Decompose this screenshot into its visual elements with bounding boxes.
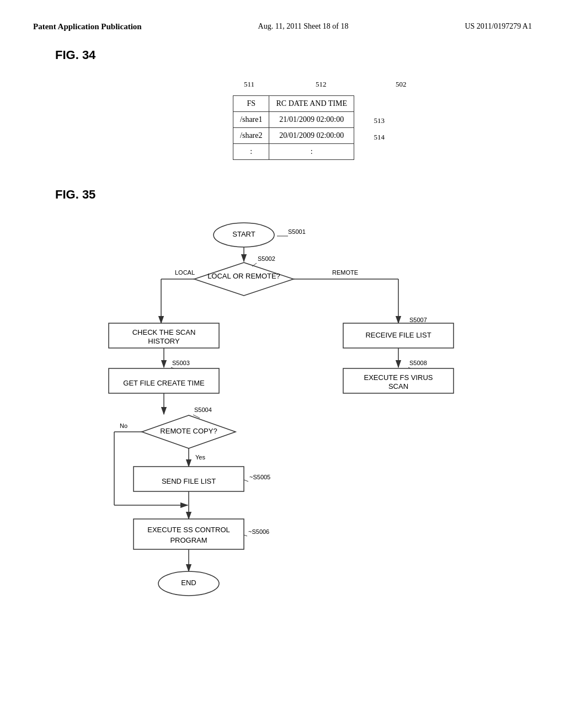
fig34-section: FIG. 34 511 512 502 FS RC DATE AND TIME [33, 48, 532, 160]
s5007-label: S5007 [409, 317, 427, 323]
yes-label: Yes [195, 454, 205, 461]
page: Patent Application Publication Aug. 11, … [0, 0, 565, 728]
table-cell-date1: 21/01/2009 02:00:00 [269, 112, 354, 128]
flowchart: START S5001 LOCAL OR REMOTE? S5002 LOCAL [78, 213, 509, 645]
side-label-514: 514 [374, 133, 385, 142]
execute-ss-control-node [134, 519, 244, 549]
col-label-511: 511 [244, 80, 254, 89]
fig35-label: FIG. 35 [55, 188, 532, 202]
table-cell-share1: /share1 [233, 112, 269, 128]
remote-copy-label: REMOTE COPY? [160, 427, 217, 435]
page-header: Patent Application Publication Aug. 11, … [33, 22, 532, 31]
publication-label: Patent Application Publication [33, 22, 142, 31]
table-row: : : [233, 144, 354, 160]
local-branch-label: LOCAL [175, 269, 195, 276]
check-scan-history-label2: HISTORY [148, 337, 180, 345]
side-label-513: 513 [374, 116, 385, 125]
col-label-502: 502 [396, 80, 407, 89]
send-file-list-label: SEND FILE LIST [162, 477, 216, 485]
remote-branch-label: REMOTE [332, 269, 358, 276]
s5004-label: S5004 [194, 406, 212, 413]
publication-number: US 2011/0197279 A1 [465, 22, 532, 31]
execute-fs-virus-scan-label: EXECUTE FS VIRUS [364, 373, 433, 382]
publication-date-sheet: Aug. 11, 2011 Sheet 18 of 18 [258, 22, 349, 31]
execute-ss-label1: EXECUTE SS CONTROL [147, 526, 230, 534]
end-label: END [181, 579, 196, 587]
s5001-label: S5001 [288, 228, 306, 235]
table-row: /share1 21/01/2009 02:00:00 [233, 112, 354, 128]
fig34-table-area: 511 512 502 FS RC DATE AND TIME /share1 … [55, 73, 532, 160]
s5006-line [244, 535, 247, 536]
flowchart-svg: START S5001 LOCAL OR REMOTE? S5002 LOCAL [78, 213, 509, 643]
no-label: No [120, 422, 127, 429]
s5003-label: S5003 [172, 360, 190, 366]
table-cell-share2: /share2 [233, 128, 269, 144]
table-cell-date2: 20/01/2009 02:00:00 [269, 128, 354, 144]
col-label-512: 512 [316, 80, 327, 89]
table-cell-ellipsis2: : [269, 144, 354, 160]
s5008-label: S5008 [409, 360, 427, 366]
table-cell-ellipsis1: : [233, 144, 269, 160]
fig35-section: FIG. 35 START S5001 LOCAL OR REMOTE [33, 188, 532, 645]
local-or-remote-label: LOCAL OR REMOTE? [207, 272, 280, 280]
fig34-table-container: 511 512 502 FS RC DATE AND TIME /share1 … [233, 95, 354, 160]
fig34-table: FS RC DATE AND TIME /share1 21/01/2009 0… [233, 95, 354, 160]
check-scan-history-label: CHECK THE SCAN [132, 328, 196, 336]
receive-file-list-label: RECEIVE FILE LIST [365, 331, 431, 339]
table-row: /share2 20/01/2009 02:00:00 [233, 128, 354, 144]
table-header-rc-date-time: RC DATE AND TIME [269, 96, 354, 112]
execute-fs-virus-scan-label2: SCAN [388, 382, 408, 390]
s5002-label: S5002 [258, 255, 275, 262]
get-file-create-time-label: GET FILE CREATE TIME [123, 379, 205, 387]
s5005-label: ~S5005 [249, 474, 270, 480]
fig34-label: FIG. 34 [55, 48, 532, 62]
s5006-label: ~S5006 [248, 528, 269, 535]
start-label: START [232, 230, 255, 238]
table-header-fs: FS [233, 96, 269, 112]
s5005-line [244, 480, 248, 481]
execute-ss-label2: PROGRAM [170, 536, 207, 544]
